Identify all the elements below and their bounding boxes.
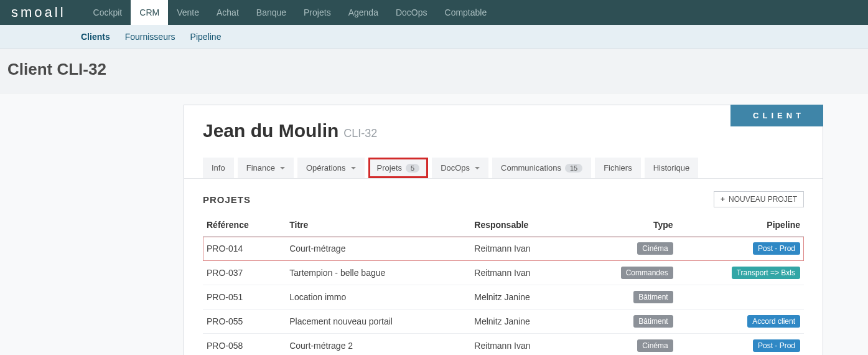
tab-label: Opérations — [306, 163, 346, 173]
type-tag: Bâtiment — [633, 291, 673, 303]
subnav-pipeline[interactable]: Pipeline — [183, 25, 229, 49]
new-project-label: NOUVEAU PROJET — [729, 195, 797, 204]
type-tag: Cinéma — [637, 339, 673, 352]
cell-type: Commandes — [577, 261, 676, 285]
topnav-agenda[interactable]: Agenda — [340, 0, 387, 25]
chevron-down-icon — [475, 167, 480, 172]
topnav-banque[interactable]: Banque — [248, 0, 295, 25]
tab-fichiers[interactable]: Fichiers — [595, 158, 641, 178]
cell-pipeline — [677, 285, 804, 310]
table-row[interactable]: PRO-051Location immoMelnitz JanineBâtime… — [203, 285, 804, 310]
cell-title: Court-métrage 2 — [286, 334, 470, 356]
plus-icon: + — [721, 195, 725, 204]
topnav-docops[interactable]: DocOps — [387, 0, 436, 25]
page-title-band: Client CLI-32 — [0, 49, 868, 93]
tab-docops[interactable]: DocOps — [432, 158, 488, 178]
tabs-bar: InfoFinanceOpérationsProjets5DocOpsCommu… — [184, 146, 823, 179]
tab-finance[interactable]: Finance — [238, 158, 294, 178]
chevron-down-icon — [280, 167, 285, 172]
pipeline-tag: Accord client — [747, 315, 800, 328]
pipeline-tag: Post - Prod — [753, 339, 800, 352]
tab-label: Communications — [501, 163, 561, 173]
col-reference: Référence — [203, 214, 286, 237]
tab-label: Fichiers — [604, 163, 632, 173]
cell-reference: PRO-037 — [203, 261, 286, 285]
cell-responsable: Melnitz Janine — [470, 285, 577, 310]
topnav-comptable[interactable]: Comptable — [436, 0, 496, 25]
badge-count: 5 — [406, 164, 419, 173]
pipeline-tag: Transport => Bxls — [732, 267, 800, 279]
tab-label: Info — [212, 163, 225, 173]
tab-info[interactable]: Info — [203, 158, 234, 178]
tab-historique[interactable]: Historique — [645, 158, 699, 178]
client-badge: CLIENT — [730, 105, 823, 126]
col-pipeline: Pipeline — [677, 214, 804, 237]
cell-reference: PRO-051 — [203, 285, 286, 310]
cell-title: Tartempion - belle bague — [286, 261, 470, 285]
col-responsable: Responsable — [470, 214, 577, 237]
table-row[interactable]: PRO-014Court-métrageReitmann IvanCinémaP… — [203, 237, 804, 261]
cell-reference: PRO-055 — [203, 310, 286, 334]
table-row[interactable]: PRO-037Tartempion - belle bagueReitmann … — [203, 261, 804, 285]
cell-responsable: Reitmann Ivan — [470, 237, 577, 261]
tab-projets[interactable]: Projets5 — [368, 158, 429, 178]
projects-table: Référence Titre Responsable Type Pipelin… — [203, 214, 804, 355]
table-row[interactable]: PRO-055Placement nouveau portailMelnitz … — [203, 310, 804, 334]
type-tag: Bâtiment — [633, 315, 673, 328]
pipeline-tag: Post - Prod — [753, 242, 800, 255]
cell-title: Court-métrage — [286, 237, 470, 261]
tab-label: DocOps — [441, 163, 470, 173]
cell-title: Placement nouveau portail — [286, 310, 470, 334]
cell-pipeline: Post - Prod — [677, 334, 804, 356]
top-nav: smoall CockpitCRMVenteAchatBanqueProjets… — [0, 0, 868, 25]
topnav-achat[interactable]: Achat — [208, 0, 248, 25]
col-title: Titre — [286, 214, 470, 237]
badge-count: 15 — [565, 164, 582, 173]
col-type: Type — [577, 214, 676, 237]
cell-type: Cinéma — [577, 237, 676, 261]
sub-nav: ClientsFournisseursPipeline — [0, 25, 868, 49]
tab-label: Projets — [377, 163, 402, 173]
tab-opérations[interactable]: Opérations — [297, 158, 365, 178]
cell-pipeline: Transport => Bxls — [677, 261, 804, 285]
tab-communications[interactable]: Communications15 — [492, 158, 591, 178]
chevron-down-icon — [351, 167, 356, 172]
cell-type: Bâtiment — [577, 285, 676, 310]
cell-title: Location immo — [286, 285, 470, 310]
tab-label: Finance — [246, 163, 275, 173]
cell-type: Cinéma — [577, 334, 676, 356]
cell-responsable: Reitmann Ivan — [470, 261, 577, 285]
cell-reference: PRO-058 — [203, 334, 286, 356]
topnav-crm[interactable]: CRM — [131, 0, 168, 25]
section-title: PROJETS — [203, 194, 251, 205]
new-project-button[interactable]: + NOUVEAU PROJET — [714, 191, 804, 207]
cell-responsable: Melnitz Janine — [470, 310, 577, 334]
cell-reference: PRO-014 — [203, 237, 286, 261]
tab-label: Historique — [653, 163, 690, 173]
topnav-projets[interactable]: Projets — [295, 0, 340, 25]
table-row[interactable]: PRO-058Court-métrage 2Reitmann IvanCiném… — [203, 334, 804, 356]
cell-type: Bâtiment — [577, 310, 676, 334]
cell-responsable: Reitmann Ivan — [470, 334, 577, 356]
subnav-fournisseurs[interactable]: Fournisseurs — [118, 25, 183, 49]
topnav-cockpit[interactable]: Cockpit — [85, 0, 131, 25]
type-tag: Commandes — [621, 267, 673, 279]
app-logo: smoall — [11, 4, 66, 21]
cell-pipeline: Accord client — [677, 310, 804, 334]
type-tag: Cinéma — [637, 242, 673, 255]
client-code: CLI-32 — [343, 127, 377, 140]
page-title: Client CLI-32 — [7, 60, 861, 79]
subnav-clients[interactable]: Clients — [73, 25, 118, 49]
topnav-vente[interactable]: Vente — [168, 0, 208, 25]
client-card: CLIENT Jean du Moulin CLI-32 InfoFinance… — [184, 105, 823, 355]
client-name: Jean du Moulin — [203, 120, 338, 141]
cell-pipeline: Post - Prod — [677, 237, 804, 261]
